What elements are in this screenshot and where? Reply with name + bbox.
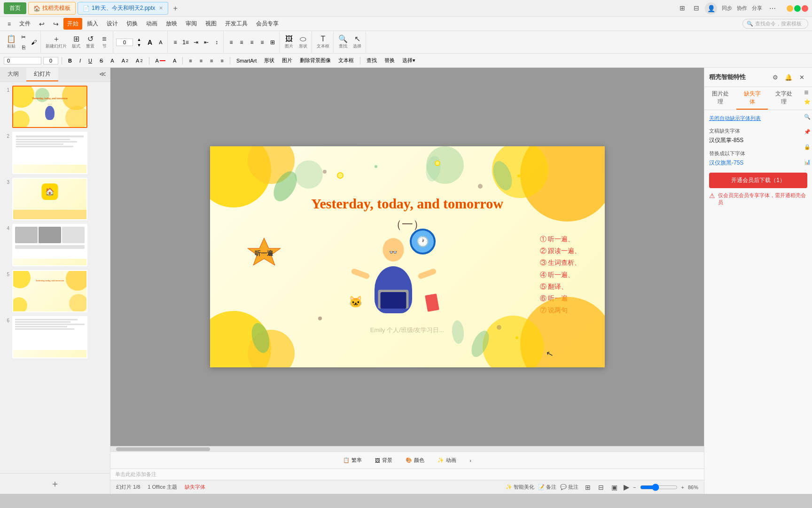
notes-button[interactable]: 📝 备注 (538, 484, 556, 491)
rp-side-icon-4[interactable]: 🔒 (802, 141, 812, 152)
action-color-button[interactable]: 🎨 颜色 (400, 455, 430, 466)
bold-button[interactable]: B (65, 57, 75, 64)
menu-transitions[interactable]: 切换 (123, 18, 141, 30)
menu-view[interactable]: 视图 (202, 18, 220, 30)
menu-review[interactable]: 审阅 (182, 18, 201, 30)
close-tab-icon[interactable]: ✕ (159, 5, 163, 11)
indent-increase-button[interactable]: ⇥ (191, 38, 201, 47)
slide-item[interactable]: 5 Yesterday, today, and tomorrow (3, 270, 107, 312)
search-bar[interactable]: 🔍 查找命令，搜索模板 (742, 19, 808, 29)
tab-template[interactable]: 🏠 找稻壳模板 (28, 2, 76, 15)
tab-text-processing[interactable]: 文字处理 (768, 87, 800, 110)
font-color-button[interactable]: A (153, 57, 168, 64)
slide-thumbnail-1[interactable]: Yesterday, today, and tomorrow （一） (12, 86, 87, 128)
align-center-button[interactable]: ≡ (237, 38, 246, 47)
subscript-button[interactable]: A2 (133, 57, 145, 64)
zoom-slider[interactable] (640, 484, 678, 491)
note-bar[interactable]: 单击此处添加备注 (110, 468, 704, 480)
align-object-button[interactable]: ⊞ (268, 38, 277, 47)
align-right-fmt-button[interactable]: ≡ (207, 57, 216, 64)
add-slide-button[interactable]: ＋ (0, 473, 110, 494)
text-shadow-button[interactable]: A (108, 57, 117, 64)
main-slide[interactable]: Yesterday, today, and tomorrow （一） 听一遍 🕐 (210, 146, 605, 367)
slide-item[interactable]: 1 Yesterday, today, and tomorrow （一） (3, 86, 107, 128)
font-shrink-button[interactable]: A (156, 38, 165, 47)
undo-icon[interactable]: ↩ (35, 18, 48, 30)
maximize-button[interactable] (794, 5, 801, 12)
slide-thumbnail-5[interactable]: Yesterday, today, and tomorrow (12, 270, 87, 312)
minimize-button[interactable] (787, 5, 793, 12)
insert-picture-button[interactable]: 🖼 图片 (282, 33, 296, 51)
shape-fmt-button[interactable]: 形状 (261, 56, 277, 65)
slide-thumbnail-4[interactable] (12, 224, 87, 266)
action-animation-button[interactable]: ✨ 动画 (432, 455, 462, 466)
redo-icon[interactable]: ↪ (49, 18, 62, 30)
find-fmt-button[interactable]: 查找 (364, 56, 380, 65)
textbox-fmt-button[interactable]: 文本框 (336, 56, 357, 65)
comments-button[interactable]: 💬 批注 (560, 484, 578, 491)
collab-button[interactable]: 协作 (737, 5, 747, 12)
font-size-field[interactable] (43, 57, 58, 64)
tab-outline[interactable]: 大纲 (0, 68, 26, 81)
action-more-button[interactable]: › (464, 456, 477, 465)
add-tab-button[interactable]: + (170, 4, 180, 13)
slide-thumbnail-2[interactable] (12, 132, 87, 174)
menu-animations[interactable]: 动画 (142, 18, 161, 30)
user-avatar-icon[interactable]: 👤 (705, 2, 717, 15)
scrollbar-thumb[interactable] (116, 447, 210, 451)
cut-button[interactable]: ✂ (19, 32, 28, 42)
format-painter-button[interactable]: 🖌 (29, 38, 39, 47)
slide-thumbnail-3[interactable]: 🏠 (12, 178, 87, 220)
layout-button[interactable]: ⊞ 版式 (70, 33, 83, 51)
menu-members[interactable]: 会员专享 (252, 18, 282, 30)
menu-insert[interactable]: 插入 (83, 18, 102, 30)
slide-item[interactable]: 6 (3, 316, 107, 358)
picture-fmt-button[interactable]: 图片 (279, 56, 295, 65)
zoom-out-button[interactable]: − (633, 484, 636, 490)
slide-title[interactable]: Yesterday, today, and tomorrow (311, 196, 503, 212)
align-justify-button[interactable]: ≡ (258, 38, 267, 47)
share-network-icon[interactable]: ⊟ (691, 2, 702, 14)
select-button[interactable]: ↖ 选择 (351, 33, 364, 51)
panel-collapse-button[interactable]: ≪ (95, 68, 110, 81)
replace-font-name[interactable]: 汉仪旗黑-75S (709, 159, 807, 167)
bookmark-icon[interactable]: 🔔 (783, 71, 794, 83)
numbering-button[interactable]: 1≡ (181, 38, 190, 47)
reset-button[interactable]: ↺ 重置 (84, 33, 97, 51)
view-grid-icon[interactable]: ▣ (609, 482, 620, 493)
settings-icon[interactable]: ⚙ (770, 71, 781, 83)
bullets-button[interactable]: ≡ (171, 38, 180, 47)
menu-home[interactable]: 开始 (63, 18, 82, 30)
paste-button[interactable]: 📋 粘贴 (5, 33, 18, 51)
layout-icon[interactable]: ⊞ (677, 2, 688, 14)
copy-button[interactable]: ⎘ (19, 43, 28, 52)
more-options-icon[interactable]: ⋯ (767, 3, 778, 14)
select-fmt-button[interactable]: 选择▾ (399, 56, 418, 65)
align-right-button[interactable]: ≡ (247, 38, 257, 47)
slide-item[interactable]: 4 (3, 224, 107, 266)
line-spacing-button[interactable]: ↕ (212, 38, 221, 47)
menu-slideshow[interactable]: 放映 (162, 18, 181, 30)
insert-shape-button[interactable]: ⬭ 形状 (297, 33, 310, 51)
slide-item[interactable]: 3 🏠 (3, 178, 107, 220)
zoom-in-button[interactable]: + (681, 484, 684, 490)
align-justify-fmt-button[interactable]: ≡ (218, 57, 226, 64)
tab-image-processing[interactable]: 图片处理 (704, 87, 736, 110)
new-slide-button[interactable]: ＋ 新建幻灯片 (44, 33, 69, 51)
rp-side-icon-1[interactable]: ⭐ (802, 96, 812, 107)
replace-fmt-button[interactable]: 替换 (382, 56, 398, 65)
tab-slides[interactable]: 幻灯片 (26, 68, 58, 81)
find-button[interactable]: 🔍 查找 (336, 33, 350, 51)
menu-file[interactable]: 文件 (16, 18, 34, 30)
rp-side-icon-5[interactable]: 📊 (802, 156, 812, 167)
textbox-button[interactable]: T 文本框 (315, 33, 331, 51)
rp-side-icon-2[interactable]: 🔍 (802, 111, 812, 122)
slide-item[interactable]: 2 (3, 132, 107, 174)
section-button[interactable]: ≡ 节 (98, 33, 111, 51)
menu-toggle-icon[interactable]: ≡ (4, 19, 15, 29)
font-missing-status[interactable]: 缺失字体 (185, 484, 205, 491)
align-left-button[interactable]: ≡ (226, 38, 236, 47)
tab-missing-font[interactable]: 缺失字体 (736, 87, 768, 110)
font-grow-button[interactable]: A (145, 38, 155, 47)
smart-art-button[interactable]: SmartArt (234, 57, 259, 64)
